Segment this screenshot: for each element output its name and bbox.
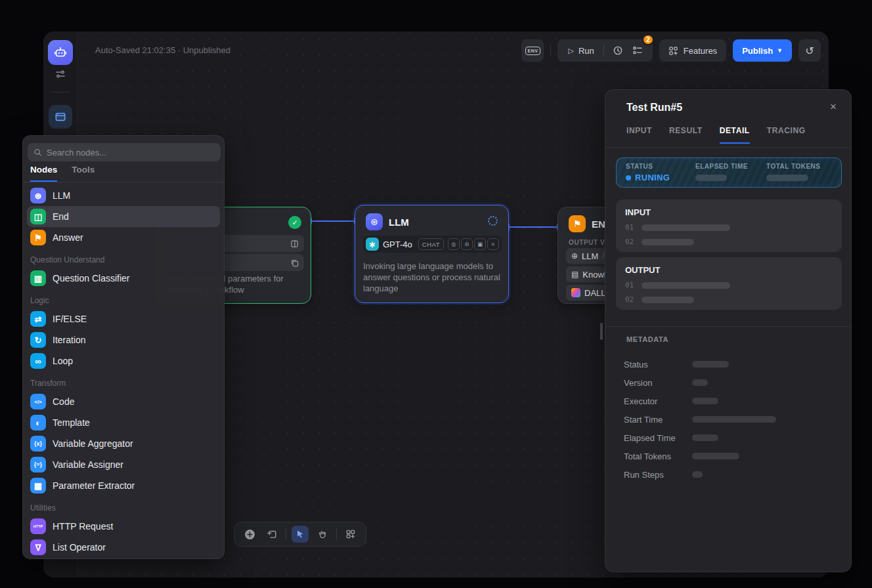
run-status-card: STATUS RUNING ELAPSED TIME TOTAL TOKENS	[616, 158, 842, 188]
elapsed-time-label: ELAPSED TIME	[695, 163, 766, 170]
llm-node-title: LLM	[389, 217, 409, 228]
metadata-divider	[605, 326, 851, 327]
node-list-item[interactable]: ∇ List Operator	[27, 537, 220, 558]
iteration-icon: ↻	[30, 332, 46, 348]
metadata-row: Run Steps	[605, 465, 851, 484]
env-icon: ENV	[525, 47, 540, 55]
node-list-item[interactable]: {x} Variable Aggregator	[27, 433, 220, 454]
node-list-item[interactable]: ▦ Parameter Extractor	[27, 475, 220, 496]
env-button[interactable]: ENV	[521, 39, 544, 62]
question-classifier-icon: ▥	[30, 270, 46, 286]
tab-input[interactable]: INPUT	[626, 126, 652, 144]
node-list-item[interactable]: </> Code	[27, 391, 220, 412]
metadata-row: Version	[605, 373, 851, 392]
metadata-row: Executor	[605, 392, 851, 410]
dall-e-icon	[571, 288, 580, 297]
run-group-divider	[603, 45, 604, 56]
hand-icon	[317, 529, 328, 539]
node-list-item[interactable]: ⚑ Answer	[27, 227, 220, 248]
panel-title: Test Run#5	[626, 102, 682, 114]
running-spinner-icon	[488, 216, 498, 226]
node-search-input[interactable]	[47, 148, 215, 158]
answer-icon: ⚑	[30, 230, 46, 245]
input-title: INPUT	[625, 207, 833, 217]
toolbar-divider	[336, 528, 337, 540]
publish-label: Publish	[742, 46, 773, 56]
node-group-header: Question Understand	[27, 253, 220, 266]
node-group-header: Transform	[27, 377, 220, 390]
node-list-item[interactable]: ⇄ IF/ELSE	[27, 308, 220, 329]
llm-node-icon: ⊛	[366, 213, 383, 230]
canvas-scroll-handle[interactable]	[600, 323, 603, 340]
run-time-button[interactable]	[609, 42, 626, 59]
node-list-item[interactable]: ◫ End	[27, 206, 220, 227]
tab-tools[interactable]: Tools	[72, 165, 95, 182]
template-icon: ◐	[30, 415, 46, 430]
features-button[interactable]: Features	[659, 39, 726, 62]
tab-result[interactable]: RESULT	[669, 126, 703, 144]
tab-tracing[interactable]: TRACING	[767, 126, 806, 144]
hand-tool-button[interactable]	[314, 526, 331, 543]
http-request-icon: HTTP	[30, 518, 46, 534]
llm-node-description: Invoking large language models to answer…	[363, 261, 502, 294]
openai-icon: ∗	[366, 238, 379, 251]
output-skeleton-row: 02	[625, 295, 833, 304]
publish-button[interactable]: Publish ▼	[733, 39, 792, 62]
metadata-row: Total Tokens	[605, 447, 851, 465]
version-history-button[interactable]: ↺	[798, 39, 821, 62]
play-icon: ▷	[568, 47, 573, 55]
node-search-box[interactable]	[28, 143, 221, 161]
model-name: GPT-4o	[383, 240, 414, 249]
settings-sliders-icon[interactable]	[54, 68, 66, 80]
notification-badge: 2	[642, 34, 654, 45]
model-capability-badges: ◎ ılı ▣ ≡	[448, 238, 499, 250]
input-skeleton-row: 01	[625, 223, 833, 232]
node-list-item[interactable]: ◐ Template	[27, 412, 220, 433]
node-list: ⊛ LLM ◫ End ⚑ Answer Question Understand	[23, 185, 224, 558]
node-list-item[interactable]: {=} Variable Assigner	[27, 454, 220, 475]
close-icon[interactable]: ×	[830, 100, 837, 114]
metadata-row: Status	[605, 355, 851, 373]
edge-start-to-llm	[311, 220, 355, 222]
copy-icon	[290, 259, 299, 267]
add-node-button[interactable]	[241, 526, 258, 543]
topbar-divider	[550, 45, 551, 56]
node-list-item[interactable]: ▥ Question Classifier	[27, 268, 220, 289]
organize-layout-button[interactable]	[342, 526, 359, 543]
variable-aggregator-icon: {x}	[30, 436, 46, 452]
llm-node[interactable]: ⊛ LLM ∗ GPT-4o CHAT ◎ ılı ▣ ≡	[355, 205, 509, 303]
run-button[interactable]: ▷ Run	[560, 39, 601, 62]
metadata-title: METADATA	[626, 335, 668, 343]
run-button-group: ▷ Run	[557, 39, 652, 62]
tab-nodes[interactable]: Nodes	[30, 165, 57, 182]
checklist-button[interactable]	[629, 42, 646, 59]
tab-detail[interactable]: DETAIL	[720, 126, 750, 144]
vision-icon: ◎	[448, 238, 460, 250]
workflow-window-icon[interactable]	[49, 105, 72, 129]
cursor-icon	[295, 529, 305, 539]
status-label: STATUS	[626, 163, 695, 170]
add-note-button[interactable]	[263, 526, 280, 543]
knowledge-icon: ▤	[571, 270, 578, 279]
form-field-icon	[290, 240, 299, 248]
document-icon: ≡	[487, 238, 499, 250]
status-badge: RUNING	[626, 173, 695, 182]
model-selector[interactable]: ∗ GPT-4o CHAT ◎ ılı ▣ ≡	[363, 236, 502, 253]
llm-var-icon: ⊕	[571, 251, 578, 261]
node-list-item[interactable]: ⊛ LLM	[27, 185, 220, 206]
metadata-row: Start Time	[605, 410, 851, 429]
list-operator-icon: ∇	[30, 539, 46, 555]
node-list-item[interactable]: HTTP HTTP Request	[27, 516, 220, 537]
node-list-item[interactable]: ∞ Loop	[27, 350, 220, 371]
total-tokens-skeleton	[766, 175, 808, 181]
node-list-item[interactable]: ↻ Iteration	[27, 329, 220, 350]
end-icon: ◫	[30, 209, 46, 224]
features-label: Features	[684, 46, 717, 56]
pointer-tool-button[interactable]	[292, 526, 309, 543]
node-panel-tabs: Nodes Tools	[30, 165, 95, 182]
app-robot-icon[interactable]	[48, 40, 73, 65]
code-icon: </>	[30, 394, 46, 410]
output-skeleton-row: 01	[625, 281, 833, 289]
tabs-divider	[23, 182, 224, 182]
features-icon	[668, 46, 678, 56]
